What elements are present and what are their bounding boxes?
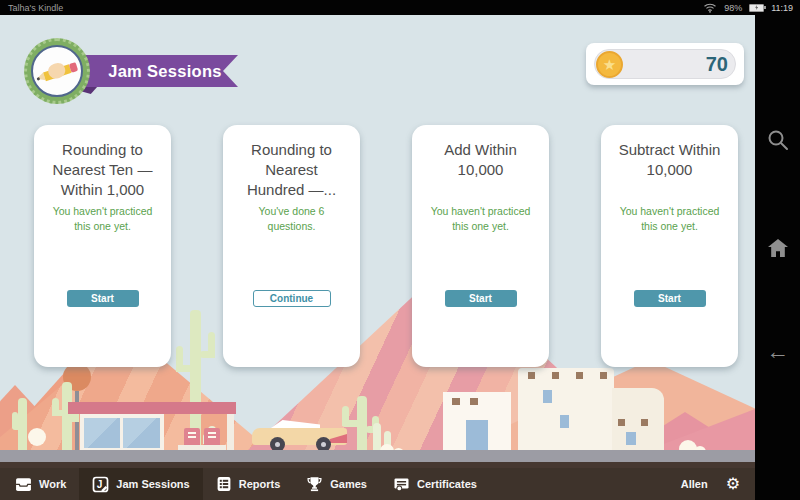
profile-name[interactable]: Allen <box>681 478 708 490</box>
content-area: Jam Sessions ★ 70 Rounding to Nearest Te… <box>0 15 755 468</box>
practice-card-rounding-hundred: Rounding to Nearest Hundred —... You've … <box>223 125 360 367</box>
card-title: Rounding to Nearest Hundred —... <box>223 125 360 204</box>
start-button[interactable]: Start <box>67 290 139 307</box>
checklist-icon <box>216 476 232 492</box>
card-status: You've done 6 questions. <box>223 204 360 234</box>
door <box>466 420 488 450</box>
nav-item-games[interactable]: Games <box>293 468 380 500</box>
coin-star-icon: ★ <box>596 51 623 78</box>
card-title: Rounding to Nearest Ten — Within 1,000 <box>34 125 171 204</box>
wifi-icon <box>703 2 717 13</box>
continue-button[interactable]: Continue <box>253 290 331 307</box>
card-title: Add Within 10,000 <box>412 125 549 204</box>
search-icon[interactable] <box>766 128 790 152</box>
device-name: Talha's Kindle <box>8 3 63 13</box>
nav-item-reports[interactable]: Reports <box>203 468 294 500</box>
cactus <box>52 382 79 450</box>
status-bar: Talha's Kindle 98% 11:19 <box>0 0 800 15</box>
home-icon[interactable] <box>767 238 789 258</box>
battery-charging-icon <box>749 4 764 12</box>
adobe-house <box>443 392 511 450</box>
gear-icon[interactable]: ⚙ <box>726 476 740 492</box>
battery-percent: 98% <box>724 3 742 13</box>
hand-holding-pencil-icon <box>31 45 83 97</box>
window <box>123 418 160 448</box>
svg-text:J: J <box>97 478 103 489</box>
coin-count: 70 <box>706 43 728 85</box>
nav-label: Work <box>39 478 66 490</box>
coin-counter: ★ 70 <box>586 43 744 85</box>
practice-card-rounding-ten: Rounding to Nearest Ten — Within 1,000 Y… <box>34 125 171 367</box>
adobe-building <box>518 368 614 450</box>
nav-label: Certificates <box>417 478 477 490</box>
nav-label: Jam Sessions <box>116 478 189 490</box>
jam-sessions-pencil-icon: J <box>92 476 109 493</box>
start-button[interactable]: Start <box>634 290 706 307</box>
nav-label: Games <box>330 478 367 490</box>
road <box>0 450 755 462</box>
start-button[interactable]: Start <box>445 290 517 307</box>
page-title-ribbon: Jam Sessions <box>82 55 238 87</box>
page-title: Jam Sessions <box>108 62 222 81</box>
nav-item-certificates[interactable]: Certificates <box>380 468 490 500</box>
card-title: Subtract Within 10,000 <box>601 125 738 204</box>
gas-station-building <box>80 414 164 450</box>
card-status: You haven't practiced this one yet. <box>601 204 738 234</box>
card-status: You haven't practiced this one yet. <box>412 204 549 234</box>
gas-station-canopy <box>68 402 236 414</box>
clock-time: 11:19 <box>771 3 793 13</box>
inbox-icon <box>15 477 32 492</box>
practice-card-add: Add Within 10,000 You haven't practiced … <box>412 125 549 367</box>
nav-item-work[interactable]: Work <box>2 468 79 500</box>
card-status: You haven't practiced this one yet. <box>34 204 171 234</box>
jam-sessions-badge <box>24 38 90 104</box>
pebble <box>28 428 46 446</box>
back-arrow-icon[interactable]: ← <box>766 340 789 363</box>
bottom-nav-bar: Work J Jam Sessions Reports Games <box>0 468 755 500</box>
nav-right-group: Allen ⚙ <box>681 476 755 492</box>
nav-label: Reports <box>239 478 281 490</box>
practice-card-subtract: Subtract Within 10,000 You haven't pract… <box>601 125 738 367</box>
status-indicators: 98% 11:19 <box>703 2 793 13</box>
canopy-post <box>227 414 234 450</box>
system-sidebar: ← <box>755 15 800 500</box>
trophy-icon <box>306 476 323 492</box>
certificate-icon <box>393 476 410 492</box>
nav-item-jam-sessions[interactable]: J Jam Sessions <box>79 468 202 500</box>
adobe-building <box>612 388 664 450</box>
window <box>84 418 120 448</box>
